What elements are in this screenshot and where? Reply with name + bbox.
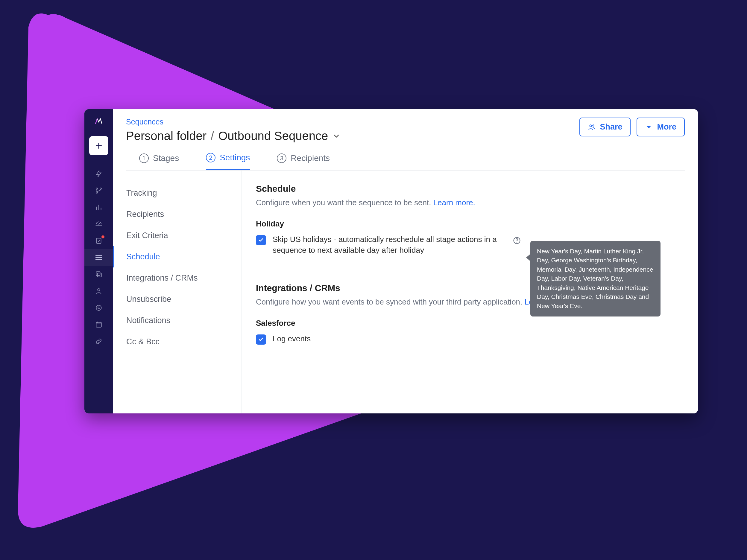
breadcrumb-root[interactable]: Sequences [126, 117, 341, 126]
app-window: Sequences Personal folder / Outbound Seq… [84, 109, 698, 414]
left-rail [84, 109, 113, 414]
svg-rect-5 [97, 273, 101, 277]
app-logo [93, 115, 105, 127]
svg-point-7 [96, 305, 101, 310]
share-button[interactable]: Share [579, 117, 630, 136]
tabs: 1 Stages 2 Settings 3 Recipients [126, 143, 685, 170]
svg-point-10 [593, 125, 594, 126]
rail-link-icon[interactable] [84, 333, 113, 350]
skip-holidays-label: Skip US holidays - automatically resched… [273, 234, 500, 256]
skip-holidays-checkbox[interactable] [256, 235, 266, 245]
holiday-subheading: Holiday [256, 219, 684, 229]
breadcrumb-folder[interactable]: Personal folder [126, 129, 206, 143]
breadcrumb-separator: / [211, 129, 214, 143]
rail-sequences-icon[interactable] [84, 249, 113, 266]
page-title[interactable]: Outbound Sequence [218, 129, 328, 143]
tab-number: 1 [139, 154, 149, 163]
check-icon [258, 337, 264, 343]
sidenav-notifications[interactable]: Notifications [113, 310, 241, 331]
chevron-down-icon[interactable] [332, 132, 341, 140]
svg-rect-8 [96, 322, 101, 327]
holiday-tooltip: New Year's Day, Martin Luther King Jr. D… [530, 241, 661, 317]
tab-label: Settings [220, 153, 250, 162]
notification-dot [101, 235, 105, 239]
rail-person-icon[interactable] [84, 283, 113, 299]
header: Sequences Personal folder / Outbound Seq… [113, 109, 698, 170]
sidenav-recipients[interactable]: Recipients [113, 204, 241, 225]
svg-point-0 [96, 188, 98, 189]
schedule-desc-text: Configure when you want the sequence to … [256, 198, 433, 207]
tab-settings[interactable]: 2 Settings [206, 153, 250, 170]
log-events-checkbox[interactable] [256, 335, 266, 345]
rail-tasks-icon[interactable] [84, 233, 113, 249]
tab-recipients[interactable]: 3 Recipients [277, 153, 330, 170]
rail-add-button[interactable] [89, 136, 108, 155]
schedule-title: Schedule [256, 184, 684, 194]
check-icon [258, 237, 264, 243]
settings-sidenav: Tracking Recipients Exit Criteria Schedu… [113, 170, 241, 414]
people-icon [588, 123, 596, 131]
rail-chart-icon[interactable] [84, 199, 113, 216]
sidenav-exit-criteria[interactable]: Exit Criteria [113, 225, 241, 246]
sidenav-integrations[interactable]: Integrations / CRMs [113, 267, 241, 289]
sidenav-unsubscribe[interactable]: Unsubscribe [113, 289, 241, 310]
tab-stages[interactable]: 1 Stages [139, 153, 179, 170]
rail-dashboard-icon[interactable] [84, 216, 113, 233]
body: Tracking Recipients Exit Criteria Schedu… [113, 170, 698, 414]
svg-point-12 [517, 242, 517, 243]
log-events-row: Log events [256, 333, 684, 345]
sidenav-schedule[interactable]: Schedule [113, 246, 241, 267]
rail-branch-icon[interactable] [84, 182, 113, 199]
svg-point-1 [100, 188, 101, 189]
tab-label: Recipients [291, 154, 330, 163]
schedule-desc: Configure when you want the sequence to … [256, 198, 684, 207]
section-divider [256, 271, 543, 271]
svg-point-6 [98, 289, 100, 291]
breadcrumb: Personal folder / Outbound Sequence [126, 129, 341, 143]
more-button[interactable]: More [637, 117, 685, 136]
holiday-help-icon[interactable] [513, 236, 521, 246]
rail-calendar-icon[interactable] [84, 316, 113, 333]
integrations-desc-text: Configure how you want events to be sync… [256, 297, 525, 306]
content: Schedule Configure when you want the seq… [241, 170, 698, 414]
caret-down-icon [645, 123, 653, 131]
share-button-label: Share [600, 122, 622, 132]
sidenav-tracking[interactable]: Tracking [113, 183, 241, 204]
svg-rect-4 [96, 272, 100, 275]
log-events-label: Log events [273, 333, 311, 344]
tab-number: 2 [206, 153, 215, 162]
rail-copyright-icon[interactable] [84, 299, 113, 316]
tab-label: Stages [153, 154, 179, 163]
more-button-label: More [657, 122, 676, 132]
sidenav-cc-bcc[interactable]: Cc & Bcc [113, 331, 241, 352]
salesforce-subheading: Salesforce [256, 319, 684, 328]
schedule-learn-more-link[interactable]: Learn more. [433, 198, 475, 207]
rail-templates-icon[interactable] [84, 266, 113, 283]
main-panel: Sequences Personal folder / Outbound Seq… [113, 109, 698, 414]
rail-bolt-icon[interactable] [84, 165, 113, 182]
tab-number: 3 [277, 154, 286, 163]
svg-point-9 [590, 125, 592, 127]
